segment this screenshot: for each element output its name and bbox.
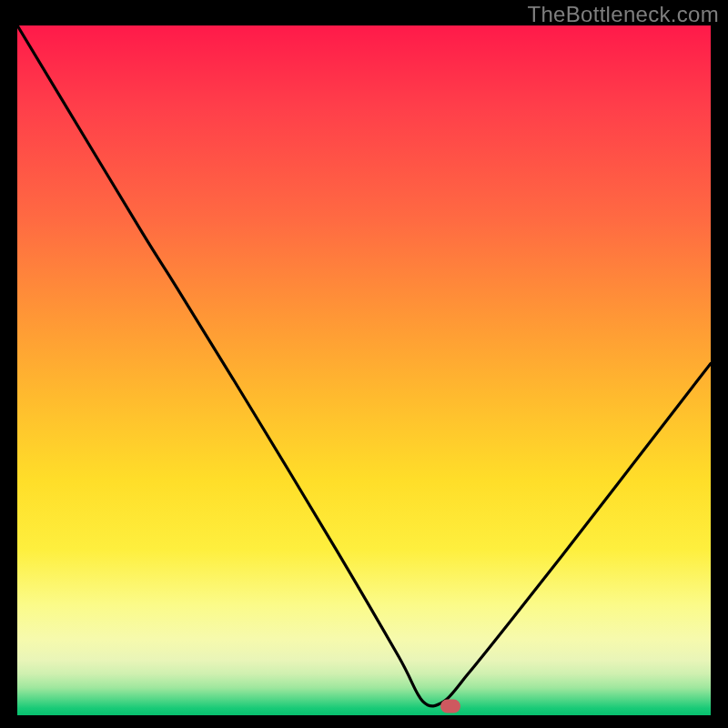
bottleneck-curve	[17, 25, 711, 715]
plot-area	[17, 25, 711, 715]
optimum-marker	[440, 700, 460, 713]
watermark-text: TheBottleneck.com	[527, 2, 719, 27]
chart-frame: TheBottleneck.com	[0, 0, 728, 728]
